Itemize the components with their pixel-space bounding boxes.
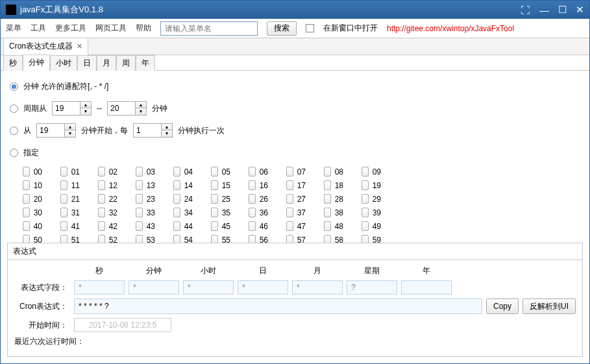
minute-checkbox[interactable] <box>98 180 105 190</box>
minute-cell-26[interactable]: 26 <box>249 194 268 204</box>
tab-day[interactable]: 日 <box>77 55 97 71</box>
cycle-to-input[interactable] <box>108 102 135 115</box>
tab-hour[interactable]: 小时 <box>50 55 77 71</box>
minute-checkbox[interactable] <box>286 180 293 190</box>
minute-checkbox[interactable] <box>136 167 143 176</box>
minimize-icon[interactable]: — <box>539 5 549 16</box>
minute-checkbox[interactable] <box>249 208 256 217</box>
minute-checkbox[interactable] <box>211 180 218 190</box>
close-tab-icon[interactable]: ✕ <box>77 42 82 51</box>
tab-week[interactable]: 周 <box>116 55 136 71</box>
menu-search-input[interactable] <box>160 21 258 36</box>
minute-cell-54[interactable]: 54 <box>173 235 193 243</box>
minute-checkbox[interactable] <box>173 167 180 176</box>
copy-button[interactable]: Copy <box>486 298 519 314</box>
field-minute[interactable]: * <box>129 280 179 295</box>
interval-start-spinner[interactable]: ▲▼ <box>36 123 76 138</box>
minute-cell-32[interactable]: 32 <box>98 208 117 217</box>
cycle-from-spinner[interactable]: ▲▼ <box>52 101 92 115</box>
search-button[interactable]: 搜索 <box>267 21 297 36</box>
minute-checkbox[interactable] <box>211 235 218 243</box>
minute-cell-36[interactable]: 36 <box>249 208 268 217</box>
minute-checkbox[interactable] <box>362 180 369 190</box>
minute-checkbox[interactable] <box>324 194 331 204</box>
minute-checkbox[interactable] <box>173 180 180 190</box>
minute-checkbox[interactable] <box>60 208 68 217</box>
minute-cell-24[interactable]: 24 <box>173 194 193 204</box>
minute-cell-58[interactable]: 58 <box>324 235 343 243</box>
minute-checkbox[interactable] <box>286 208 293 217</box>
field-year[interactable] <box>401 280 452 295</box>
minute-cell-53[interactable]: 53 <box>136 235 155 243</box>
minute-checkbox[interactable] <box>249 235 256 243</box>
menu-item[interactable]: 工具 <box>31 23 46 34</box>
minute-checkbox[interactable] <box>286 167 293 176</box>
start-time-picker[interactable]: 2017-10-08 12:23:5 <box>74 318 171 332</box>
field-second[interactable]: * <box>74 280 125 295</box>
minute-checkbox[interactable] <box>23 235 30 243</box>
parse-button[interactable]: 反解析到UI <box>522 298 576 314</box>
chevron-up-icon[interactable]: ▲ <box>80 102 91 108</box>
minute-cell-30[interactable]: 30 <box>23 208 42 217</box>
minute-checkbox[interactable] <box>211 194 218 204</box>
field-week[interactable]: ? <box>347 280 397 295</box>
minute-cell-14[interactable]: 14 <box>173 180 193 190</box>
minute-checkbox[interactable] <box>136 235 143 243</box>
minute-cell-28[interactable]: 28 <box>324 194 343 204</box>
minute-cell-49[interactable]: 49 <box>362 221 381 231</box>
minute-cell-07[interactable]: 07 <box>286 167 306 176</box>
minute-cell-44[interactable]: 44 <box>173 221 193 231</box>
minute-checkbox[interactable] <box>362 235 369 243</box>
radio-cycle[interactable] <box>10 104 18 113</box>
minute-cell-41[interactable]: 41 <box>60 221 80 231</box>
project-link[interactable]: http://gitee.com/xwintop/xJavaFxTool <box>387 24 514 33</box>
minute-cell-09[interactable]: 09 <box>362 167 381 176</box>
chevron-up-icon[interactable]: ▲ <box>162 124 172 130</box>
menu-item[interactable]: 网页工具 <box>95 23 127 34</box>
minute-cell-25[interactable]: 25 <box>211 194 230 204</box>
minute-checkbox[interactable] <box>60 221 68 231</box>
chevron-down-icon[interactable]: ▼ <box>162 130 172 137</box>
fullscreen-icon[interactable]: ⛶ <box>521 5 530 16</box>
minute-checkbox[interactable] <box>23 194 30 204</box>
minute-cell-00[interactable]: 00 <box>23 167 42 176</box>
minute-checkbox[interactable] <box>136 194 143 204</box>
close-window-icon[interactable]: ✕ <box>576 4 584 16</box>
tab-minute[interactable]: 分钟 <box>23 55 50 71</box>
minute-cell-18[interactable]: 18 <box>324 180 343 190</box>
minute-cell-23[interactable]: 23 <box>136 194 155 204</box>
open-new-window-checkbox[interactable] <box>306 24 314 32</box>
minute-cell-05[interactable]: 05 <box>211 167 230 176</box>
minute-checkbox[interactable] <box>173 235 180 243</box>
minute-cell-37[interactable]: 37 <box>286 208 306 217</box>
maximize-icon[interactable]: ☐ <box>558 4 567 16</box>
minute-cell-06[interactable]: 06 <box>249 167 268 176</box>
radio-interval[interactable] <box>10 127 18 135</box>
minute-cell-57[interactable]: 57 <box>286 235 306 243</box>
minute-checkbox[interactable] <box>98 235 105 243</box>
minute-checkbox[interactable] <box>98 167 105 176</box>
minute-checkbox[interactable] <box>98 208 105 217</box>
minute-cell-03[interactable]: 03 <box>136 167 155 176</box>
minute-checkbox[interactable] <box>249 180 256 190</box>
minute-checkbox[interactable] <box>136 221 143 231</box>
radio-specify[interactable] <box>10 149 18 157</box>
minute-checkbox[interactable] <box>211 167 218 176</box>
minute-cell-45[interactable]: 45 <box>211 221 230 231</box>
cycle-from-input[interactable] <box>53 102 80 115</box>
minute-checkbox[interactable] <box>324 167 331 176</box>
minute-cell-12[interactable]: 12 <box>98 180 117 190</box>
minute-cell-02[interactable]: 02 <box>98 167 117 176</box>
minute-cell-56[interactable]: 56 <box>249 235 268 243</box>
cron-input[interactable] <box>74 298 482 314</box>
minute-checkbox[interactable] <box>136 208 143 217</box>
minute-checkbox[interactable] <box>324 208 331 217</box>
minute-cell-21[interactable]: 21 <box>60 194 80 204</box>
tab-second[interactable]: 秒 <box>3 55 23 71</box>
chevron-down-icon[interactable]: ▼ <box>136 108 146 115</box>
minute-cell-27[interactable]: 27 <box>286 194 306 204</box>
minute-cell-29[interactable]: 29 <box>362 194 381 204</box>
interval-every-spinner[interactable]: ▲▼ <box>133 123 173 138</box>
minute-checkbox[interactable] <box>60 180 68 190</box>
minute-checkbox[interactable] <box>60 194 68 204</box>
